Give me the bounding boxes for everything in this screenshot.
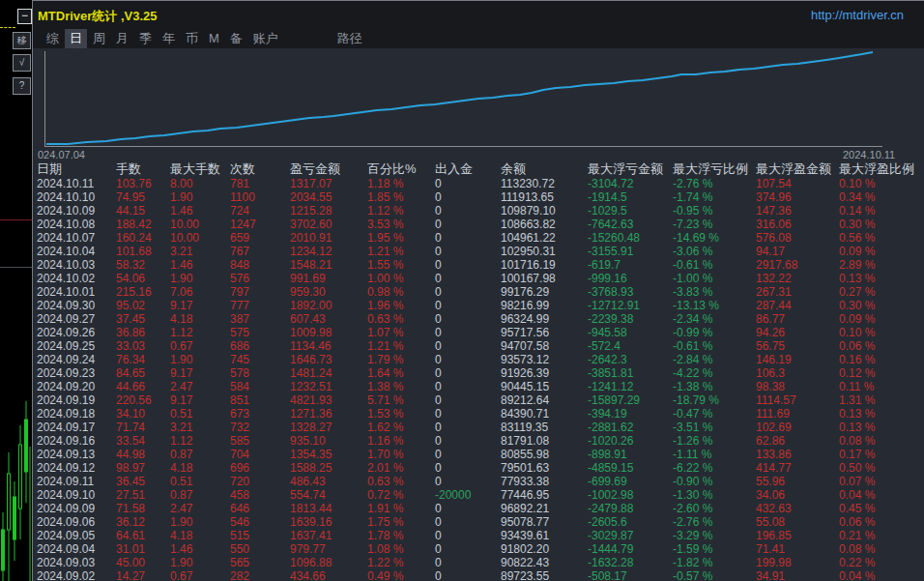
table-cell: 94.26 xyxy=(756,326,839,339)
table-row[interactable]: 2024.09.1633.541.12585935.101.16 %081791… xyxy=(33,434,924,448)
menu-item-月[interactable]: 月 xyxy=(111,29,133,48)
table-row[interactable]: 2024.09.1027.510.87458554.740.72 %-20000… xyxy=(33,488,924,502)
table-cell: 1646.73 xyxy=(290,353,367,366)
table-cell: 0.87 xyxy=(170,448,230,461)
table-row[interactable]: 2024.09.1771.743.217321328.271.62 %08311… xyxy=(33,421,924,434)
table-row[interactable]: 2024.09.19220.569.178514821.935.71 %0892… xyxy=(33,393,924,407)
menu-item-备[interactable]: 备 xyxy=(225,29,247,48)
chart-start-date-label: 024.07.04 xyxy=(38,149,85,160)
table-cell: 2.47 xyxy=(170,502,230,515)
table-cell: 673 xyxy=(230,407,290,421)
table-cell: 0 xyxy=(435,258,501,272)
table-cell: 848 xyxy=(230,258,290,272)
table-row[interactable]: 2024.09.1834.100.516731271.361.53 %08439… xyxy=(33,407,924,421)
table-row[interactable]: 2024.10.1074.951.9011002034.551.85 %0111… xyxy=(33,190,924,204)
table-cell: 0.13 % xyxy=(839,272,924,285)
table-cell: 585 xyxy=(230,434,290,448)
menu-item-年[interactable]: 年 xyxy=(158,29,180,48)
table-cell: 0 xyxy=(435,204,501,218)
table-row[interactable]: 2024.09.0971.582.476461813.441.91 %09689… xyxy=(33,502,924,515)
table-cell: -1914.5 xyxy=(588,190,673,204)
table-cell: 0 xyxy=(435,190,501,204)
table-cell: 1.18 % xyxy=(367,177,435,190)
table-cell: 2917.68 xyxy=(756,258,839,272)
table-row[interactable]: 2024.09.1298.974.186961588.252.01 %07950… xyxy=(33,461,924,475)
table-cell: 2024.10.02 xyxy=(37,272,116,285)
menu-item-path[interactable]: 路径 xyxy=(332,29,367,48)
table-row[interactable]: 2024.10.01215.167.06797959.300.98 %09917… xyxy=(33,285,924,299)
table-cell: 2024.10.03 xyxy=(37,258,116,272)
menu-item-账户[interactable]: 账户 xyxy=(248,29,283,48)
table-cell: -1.11 % xyxy=(673,448,756,461)
menu-item-季[interactable]: 季 xyxy=(134,29,157,48)
minimize-button[interactable]: − xyxy=(17,9,32,24)
table-cell: -1.00 % xyxy=(673,272,756,285)
table-cell: 1588.25 xyxy=(290,461,367,475)
menu-item-币[interactable]: 币 xyxy=(181,29,203,48)
table-row[interactable]: 2024.09.0636.121.905461639.161.75 %09507… xyxy=(33,515,924,529)
table-cell: 2024.10.10 xyxy=(37,190,116,204)
table-cell: -3768.93 xyxy=(588,285,673,299)
table-cell: -20000 xyxy=(435,488,501,502)
table-row[interactable]: 2024.09.2044.662.475841232.511.38 %09044… xyxy=(33,380,924,393)
table-row[interactable]: 2024.09.1344.980.877041354.351.70 %08085… xyxy=(33,448,924,461)
table-row[interactable]: 2024.10.07160.2410.006592010.911.95 %010… xyxy=(33,231,924,245)
help-icon[interactable]: ? xyxy=(13,77,31,95)
table-cell: 111913.65 xyxy=(501,190,588,204)
table-cell: 0.09 % xyxy=(839,312,924,326)
table-cell: 991.69 xyxy=(290,272,367,285)
table-cell: 71.74 xyxy=(116,421,170,434)
table-cell: 0 xyxy=(435,407,501,421)
table-cell: 686 xyxy=(230,339,290,353)
menu-item-综[interactable]: 综 xyxy=(42,29,64,48)
equity-curve-line xyxy=(46,52,873,144)
table-row[interactable]: 2024.09.1136.450.51720486.430.63 %077933… xyxy=(33,475,924,488)
table-cell: -2.76 % xyxy=(673,177,756,190)
table-row[interactable]: 2024.09.2384.659.175781481.241.64 %09192… xyxy=(33,366,924,380)
table-cell: 724 xyxy=(230,204,290,218)
table-cell: 374.96 xyxy=(756,190,839,204)
table-row[interactable]: 2024.09.0431.011.46550979.771.08 %091802… xyxy=(33,542,924,556)
table-cell: 0.30 % xyxy=(839,218,924,231)
table-cell: -3.51 % xyxy=(673,421,756,434)
table-cell: 89723.55 xyxy=(501,569,588,581)
table-cell: 720 xyxy=(230,475,290,488)
table-row[interactable]: 2024.09.2476.341.907451646.731.79 %09357… xyxy=(33,353,924,366)
table-row[interactable]: 2024.09.2737.454.18387607.430.63 %096324… xyxy=(33,312,924,326)
column-header: 手数 xyxy=(116,161,170,176)
table-cell: 3.21 xyxy=(170,421,230,434)
table-cell: 0 xyxy=(435,461,501,475)
move-icon[interactable]: 移 xyxy=(13,32,31,49)
table-cell: 5.71 % xyxy=(367,393,435,407)
table-cell: 565 xyxy=(230,556,290,569)
menu-item-日[interactable]: 日 xyxy=(65,29,87,48)
table-row[interactable]: 2024.10.08188.4210.0012473702.603.53 %01… xyxy=(33,218,924,231)
table-cell: 100167.98 xyxy=(501,272,588,285)
table-row[interactable]: 2024.10.0944.151.467241215.281.12 %01098… xyxy=(33,204,924,218)
table-row[interactable]: 2024.09.0564.614.185151637.411.78 %09343… xyxy=(33,529,924,542)
menu-item-周[interactable]: 周 xyxy=(88,29,110,48)
table-row[interactable]: 2024.10.0254.061.90576991.691.00 %010016… xyxy=(33,272,924,285)
check-icon[interactable]: √ xyxy=(13,54,31,72)
table-row[interactable]: 2024.10.11103.768.007811317.071.18 %0113… xyxy=(33,177,924,190)
table-row[interactable]: 2024.09.0345.001.905651096.881.22 %09082… xyxy=(33,556,924,569)
website-link[interactable]: http://mtdriver.cn xyxy=(811,8,904,22)
table-cell: 0.30 % xyxy=(839,299,924,312)
table-cell: -1.82 % xyxy=(673,556,756,569)
table-row[interactable]: 2024.10.0358.321.468481548.211.55 %01017… xyxy=(33,258,924,272)
table-cell: 103.76 xyxy=(116,177,170,190)
table-row[interactable]: 2024.09.3095.029.177771892.001.96 %09821… xyxy=(33,299,924,312)
table-row[interactable]: 2024.10.04101.683.217671234.121.21 %0102… xyxy=(33,245,924,258)
table-row[interactable]: 2024.09.0214.270.67282434.660.49 %089723… xyxy=(33,569,924,581)
menu-item-M[interactable]: M xyxy=(204,30,224,46)
table-row[interactable]: 2024.09.2533.030.676861134.461.21 %09470… xyxy=(33,339,924,353)
table-cell: 935.10 xyxy=(290,434,367,448)
table-cell: 1.46 xyxy=(170,258,230,272)
table-row[interactable]: 2024.09.2636.861.125751009.981.07 %09571… xyxy=(33,326,924,339)
table-cell: 2024.09.20 xyxy=(37,380,116,393)
table-cell: 55.96 xyxy=(756,475,839,488)
table-cell: -2239.38 xyxy=(588,312,673,326)
table-cell: 1.90 xyxy=(170,556,230,569)
column-header: 百分比% xyxy=(367,161,435,176)
table-cell: 3.21 xyxy=(170,245,230,258)
